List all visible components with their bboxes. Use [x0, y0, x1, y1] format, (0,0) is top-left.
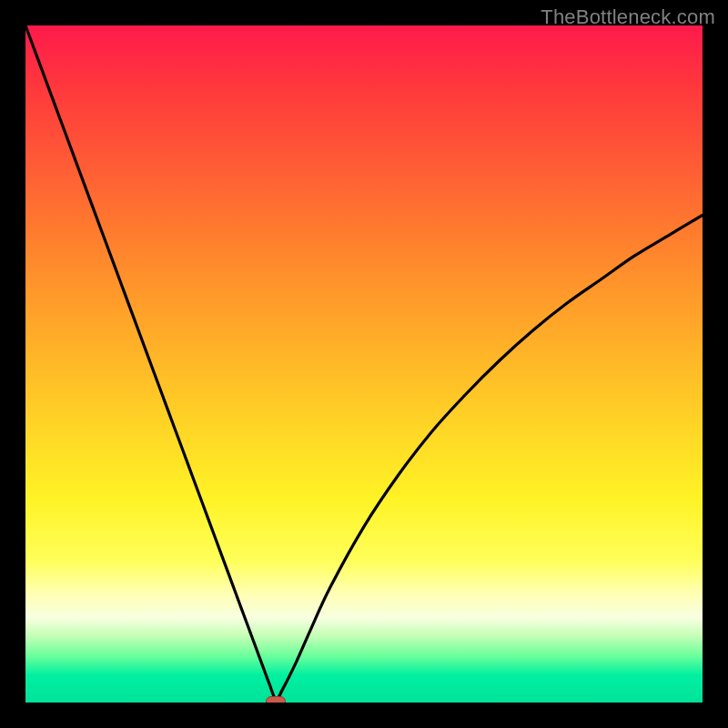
- watermark-text: TheBottleneck.com: [541, 5, 715, 29]
- curve-svg: [25, 25, 703, 703]
- plot-area: [25, 25, 703, 703]
- bottleneck-curve: [25, 25, 703, 699]
- optimum-marker: [266, 696, 286, 703]
- chart-frame: TheBottleneck.com: [0, 0, 728, 728]
